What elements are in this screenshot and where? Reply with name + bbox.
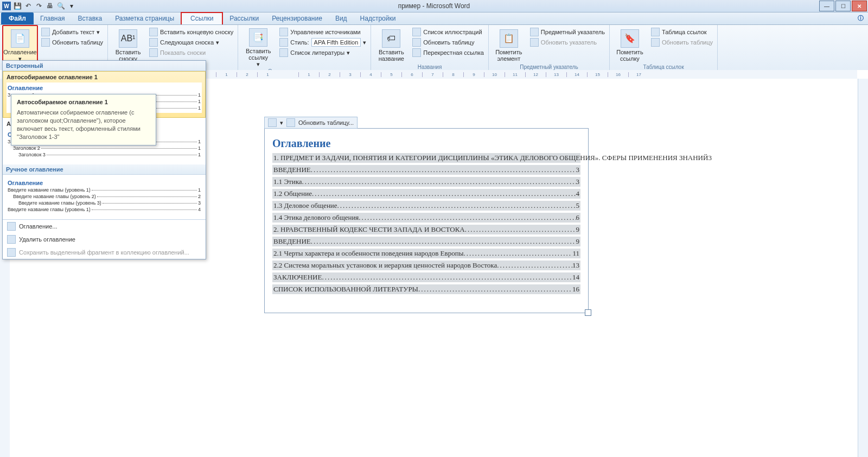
tab-review[interactable]: Рецензирование — [265, 13, 329, 24]
save-toc-button: Сохранить выделенный фрагмент в коллекци… — [3, 246, 206, 259]
tab-file[interactable]: Файл — [1, 12, 34, 24]
toc-entry[interactable]: ВВЕДЕНИЕ................................… — [272, 165, 580, 175]
bibliography-button[interactable]: Список литературы ▾ — [278, 48, 367, 58]
tab-view[interactable]: Вид — [329, 13, 354, 24]
toc-entry[interactable]: 2. НРАВСТВЕННЫЙ КОДЕКС ЧЕСТИ ЗАПАДА И ВО… — [272, 225, 580, 234]
close-button[interactable]: ✕ — [852, 1, 867, 11]
tab-addins[interactable]: Надстройки — [354, 13, 403, 24]
toc-entry[interactable]: 1.4 Этика делового общения..............… — [272, 213, 580, 223]
next-footnote-button[interactable]: Следующая сноска ▾ — [148, 37, 234, 47]
insert-index-button[interactable]: Предметный указатель — [529, 27, 606, 37]
qat-more-icon[interactable]: ▾ — [67, 2, 76, 10]
save-toc-icon — [7, 248, 16, 257]
toc-entry[interactable]: ЗАКЛЮЧЕНИЕ..............................… — [272, 272, 580, 282]
update-figures-button[interactable]: Обновить таблицу — [411, 37, 485, 47]
toc-entry[interactable]: СПИСОК ИСПОЛЬЗОВАННОЙ ЛИТЕРАТУРЫ........… — [272, 284, 580, 294]
toc-entry[interactable]: 1. ПРЕДМЕТ И ЗАДАЧИ, ПОНЯТИЯ И КАТЕГОРИИ… — [272, 153, 580, 163]
toc-button[interactable]: 📄 Оглавление▾ — [2, 25, 38, 64]
save-icon[interactable]: 💾 — [13, 2, 22, 10]
tab-mailings[interactable]: Рассылки — [223, 13, 265, 24]
toc-entry[interactable]: 2.1 Черты характера и особенности поведе… — [272, 249, 580, 258]
toc-entry[interactable]: 1.2 Общение.............................… — [272, 189, 580, 199]
tooltip-title: Автособираемое оглавление 1 — [17, 99, 150, 105]
footnote-icon: AB¹ — [119, 29, 137, 48]
tab-layout[interactable]: Разметка страницы — [108, 13, 181, 24]
mark-citation-icon: 🔖 — [621, 29, 639, 48]
title-bar: W 💾 ↶ ↷ 🖶 🔍 ▾ пример - Microsoft Word — … — [0, 0, 868, 12]
mark-entry-button[interactable]: 📋 Пометить элемент — [492, 26, 526, 63]
minimize-button[interactable]: — — [819, 1, 834, 11]
custom-toc-icon — [7, 222, 16, 231]
toc-icon: 📄 — [11, 29, 29, 48]
endnote-icon — [149, 28, 158, 36]
preview-icon[interactable]: 🔍 — [56, 2, 65, 10]
tooltip: Автособираемое оглавление 1 Автоматическ… — [11, 94, 156, 145]
tab-references[interactable]: Ссылки — [181, 12, 223, 24]
toc-field-toolbar: ▾ Обновить таблицу... — [264, 117, 358, 129]
vertical-scrollbar[interactable] — [858, 79, 868, 457]
update-auth-icon — [651, 38, 660, 47]
update-toc-button[interactable]: Обновить таблицу — [40, 37, 104, 47]
cross-reference-button[interactable]: Перекрестная ссылка — [411, 48, 485, 58]
toc-field[interactable]: Оглавление 1. ПРЕДМЕТ И ЗАДАЧИ, ПОНЯТИЯ … — [264, 128, 589, 313]
insert-caption-button[interactable]: 🏷 Вставить название — [374, 26, 408, 63]
maximize-button[interactable]: ☐ — [835, 1, 851, 11]
add-text-icon — [41, 28, 50, 36]
tooltip-body: Автоматически собираемое оглавление (с з… — [17, 109, 150, 141]
print-icon[interactable]: 🖶 — [46, 2, 54, 10]
gallery-item-manual[interactable]: Оглавление Введите название главы (урове… — [3, 175, 206, 219]
update-icon — [41, 38, 50, 47]
add-text-button[interactable]: Добавить текст ▾ — [40, 27, 104, 37]
figures-list-button[interactable]: Список иллюстраций — [411, 27, 485, 37]
toc-button-label: Оглавление — [3, 49, 36, 55]
auth-table-icon — [651, 28, 660, 36]
remove-toc-button[interactable]: Удалить оглавление — [3, 233, 206, 246]
quick-access-toolbar: W 💾 ↶ ↷ 🖶 🔍 ▾ — [0, 2, 76, 10]
mark-entry-icon: 📋 — [500, 29, 518, 48]
authorities-table-button[interactable]: Таблица ссылок — [650, 27, 714, 37]
update-index-icon — [530, 38, 539, 47]
remove-toc-icon — [7, 235, 16, 244]
group-authorities: 🔖 Пометить ссылку Таблица ссылок Обновит… — [610, 25, 718, 71]
toc-entry[interactable]: ВВЕДЕНИЕ................................… — [272, 237, 580, 246]
toc-gallery-dropdown: Встроенный Автособираемое оглавление 1 О… — [2, 60, 206, 259]
tab-home[interactable]: Главная — [34, 13, 72, 24]
mark-citation-button[interactable]: 🔖 Пометить ссылку — [613, 26, 647, 63]
citation-style-select[interactable]: Стиль: APA Fifth Edition ▾ — [278, 37, 367, 47]
undo-icon[interactable]: ↶ — [24, 2, 33, 10]
figures-icon — [412, 28, 421, 36]
redo-icon[interactable]: ↷ — [35, 2, 43, 10]
show-footnotes-button: Показать сноски — [148, 48, 234, 58]
cross-ref-icon — [412, 48, 421, 57]
insert-citation-button[interactable]: 📑 Вставить ссылку▾ — [241, 26, 275, 67]
toc-field-menu-icon[interactable] — [268, 118, 277, 127]
manage-sources-button[interactable]: Управление источниками — [278, 27, 367, 37]
update-index-button: Обновить указатель — [529, 37, 606, 47]
toc-entry[interactable]: 1.3 Деловое общение.....................… — [272, 201, 580, 211]
index-icon — [530, 28, 539, 36]
ribbon-tabs: Файл Главная Вставка Разметка страницы С… — [0, 12, 868, 25]
manage-sources-icon — [279, 28, 288, 36]
update-figures-icon — [412, 38, 421, 47]
help-icon[interactable]: ⓘ — [858, 14, 864, 22]
group-citations: 📑 Вставить ссылку▾ Управление источникам… — [238, 25, 371, 71]
toc-field-update-button[interactable]: Обновить таблицу... — [298, 119, 354, 126]
tab-insert[interactable]: Вставка — [72, 13, 109, 24]
insert-endnote-button[interactable]: Вставить концевую сноску — [148, 27, 234, 37]
next-footnote-icon — [149, 38, 158, 47]
window-title: пример - Microsoft Word — [398, 2, 470, 10]
toc-field-update-icon — [286, 118, 295, 127]
custom-toc-button[interactable]: Оглавление... — [3, 220, 206, 233]
update-authorities-button: Обновить таблицу — [650, 37, 714, 47]
insert-footnote-button[interactable]: AB¹ Вставить сноску — [111, 26, 145, 63]
show-footnotes-icon — [149, 48, 158, 57]
toc-entry[interactable]: 2.2 Система моральных установок и иерарх… — [272, 261, 580, 270]
caption-icon: 🏷 — [382, 29, 400, 48]
toc-entry[interactable]: 1.1 Этика...............................… — [272, 177, 580, 187]
resize-handle-icon[interactable] — [585, 309, 591, 316]
word-icon: W — [2, 2, 11, 10]
gallery-footer: Оглавление... Удалить оглавление Сохрани… — [3, 219, 206, 259]
toc-heading: Оглавление — [272, 137, 580, 150]
style-icon — [279, 38, 288, 47]
group-index: 📋 Пометить элемент Предметный указатель … — [489, 25, 610, 71]
